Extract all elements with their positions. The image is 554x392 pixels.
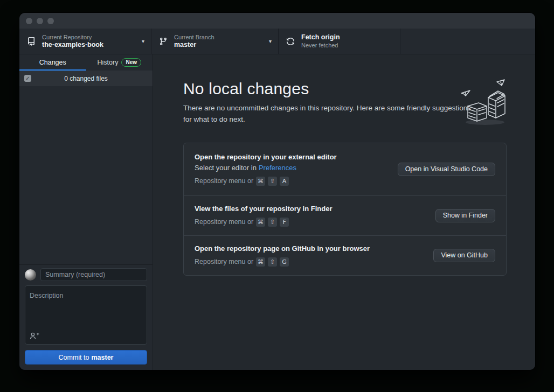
new-badge: New (121, 58, 141, 67)
paper-stack-illustration (457, 78, 508, 127)
commit-description-field[interactable]: Description (25, 285, 147, 345)
git-branch-icon (159, 37, 168, 46)
commit-summary-input[interactable] (40, 268, 147, 281)
fetch-origin-button[interactable]: Fetch origin Never fetched (279, 29, 400, 54)
avatar (25, 269, 36, 281)
suggestion-title: Open the repository in your external edi… (195, 153, 388, 161)
suggestion-shortcut: Repository menu or ⌘ ⇧ G (195, 257, 424, 267)
minimize-button[interactable] (37, 18, 43, 24)
changed-files-count: 0 changed files (19, 75, 153, 82)
command-key: ⌘ (256, 177, 265, 186)
page-subtitle: There are no uncommitted changes in this… (183, 103, 472, 125)
main-panel: No local changes There are no uncommitte… (153, 54, 535, 370)
changed-files-list (19, 86, 153, 264)
suggestions-card: Open the repository in your external edi… (183, 143, 507, 276)
current-branch-dropdown[interactable]: Current Branch master ▾ (151, 29, 279, 54)
suggestion-view-on-github: Open the repository page on GitHub in yo… (184, 235, 506, 275)
command-key: ⌘ (256, 257, 265, 267)
suggestion-shortcut: Repository menu or ⌘ ⇧ A (195, 177, 388, 186)
traffic-lights (26, 18, 54, 24)
changed-files-header: ✓ 0 changed files (19, 71, 153, 86)
shift-key: ⇧ (268, 218, 277, 227)
tab-changes[interactable]: Changes (19, 54, 86, 71)
shift-key: ⇧ (268, 177, 277, 186)
toolbar-spacer (400, 29, 535, 54)
tab-history-label: History (98, 59, 119, 66)
commit-button[interactable]: Commit tomaster (25, 350, 147, 365)
command-key: ⌘ (256, 218, 265, 227)
zoom-button[interactable] (47, 18, 54, 24)
commit-button-prefix: Commit to (59, 354, 89, 361)
fetch-origin-title: Fetch origin (301, 33, 393, 41)
suggestion-show-in-finder: View the files of your repository in Fin… (184, 195, 506, 235)
suggestion-subtitle: Select your editor inPreferences (195, 164, 388, 172)
current-repository-name: the-examples-book (42, 41, 138, 49)
open-in-editor-button[interactable]: Open in Visual Studio Code (398, 163, 495, 176)
sync-icon (286, 37, 295, 46)
show-in-finder-button[interactable]: Show in Finder (435, 209, 495, 222)
sidebar-tabbar: Changes History New (19, 54, 153, 71)
tab-changes-label: Changes (39, 59, 66, 66)
description-placeholder: Description (30, 292, 64, 299)
shift-key: ⇧ (268, 257, 277, 267)
chevron-down-icon: ▾ (142, 38, 144, 44)
current-repository-label: Current Repository (42, 33, 138, 41)
select-all-checkbox[interactable]: ✓ (24, 75, 31, 82)
suggestion-title: Open the repository page on GitHub in yo… (195, 244, 424, 253)
tab-history[interactable]: History New (86, 54, 153, 71)
app-window: Current Repository the-examples-book ▾ C… (19, 13, 535, 370)
current-repository-dropdown[interactable]: Current Repository the-examples-book ▾ (19, 29, 151, 54)
letter-key: G (280, 257, 289, 267)
current-branch-label: Current Branch (174, 33, 266, 41)
toolbar: Current Repository the-examples-book ▾ C… (19, 29, 535, 54)
suggestion-shortcut: Repository menu or ⌘ ⇧ F (195, 218, 426, 227)
letter-key: F (280, 218, 289, 227)
add-coauthor-icon[interactable] (30, 332, 39, 340)
commit-button-branch: master (91, 354, 113, 361)
close-button[interactable] (26, 18, 32, 24)
preferences-link[interactable]: Preferences (259, 164, 296, 172)
view-on-github-button[interactable]: View on GitHub (433, 249, 495, 262)
fetch-origin-subtitle: Never fetched (301, 41, 393, 49)
chevron-down-icon: ▾ (269, 38, 272, 44)
titlebar (19, 13, 535, 29)
suggestion-open-editor: Open the repository in your external edi… (184, 143, 506, 195)
letter-key: A (280, 177, 289, 186)
suggestion-title: View the files of your repository in Fin… (195, 205, 426, 213)
commit-form: Description Commit tomaster (19, 264, 153, 370)
sidebar: Changes History New ✓ 0 changed files De… (19, 54, 153, 370)
current-branch-name: master (174, 41, 266, 49)
repo-icon (27, 37, 36, 46)
